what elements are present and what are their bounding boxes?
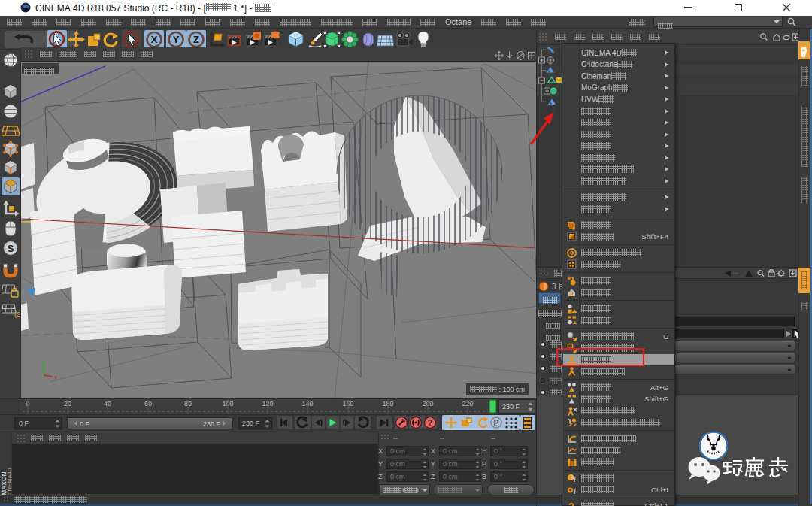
svg-text:Z: Z — [193, 34, 199, 45]
svg-text:(s): (s) — [14, 310, 20, 318]
svg-text:P: P — [494, 419, 499, 427]
svg-text:?: ? — [428, 419, 432, 427]
svg-text:Y: Y — [173, 34, 180, 45]
svg-text:Y: Y — [40, 359, 44, 364]
svg-text:S: S — [8, 243, 14, 254]
svg-text:CINEMA4D: CINEMA4D — [6, 467, 12, 497]
svg-text:X: X — [54, 375, 58, 380]
svg-text:X: X — [151, 34, 158, 45]
